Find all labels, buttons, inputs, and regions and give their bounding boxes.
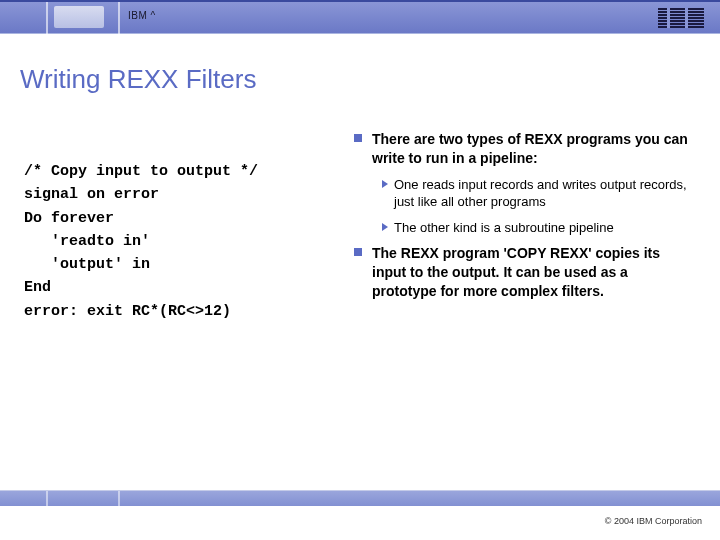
triangle-bullet-icon — [382, 223, 388, 231]
code-sample: /* Copy input to output */ signal on err… — [24, 160, 258, 323]
header-divider — [46, 2, 48, 36]
svg-rect-2 — [658, 14, 704, 16]
square-bullet-icon — [354, 248, 362, 256]
page-title: Writing REXX Filters — [20, 64, 256, 95]
square-bullet-icon — [354, 134, 362, 142]
bullet-text: There are two types of REXX programs you… — [372, 131, 688, 166]
bullet-text: The other kind is a subroutine pipeline — [394, 219, 614, 237]
triangle-bullet-icon — [382, 180, 388, 188]
svg-rect-4 — [658, 20, 704, 22]
footer-divider — [118, 491, 120, 507]
svg-rect-5 — [658, 23, 704, 25]
svg-rect-8 — [685, 8, 688, 28]
header-swatch — [54, 6, 104, 28]
list-item: There are two types of REXX programs you… — [354, 130, 694, 168]
bullet-text: The REXX program 'COPY REXX' copies its … — [372, 245, 660, 299]
list-item: The REXX program 'COPY REXX' copies its … — [354, 244, 694, 301]
svg-rect-6 — [658, 26, 704, 28]
copyright-text: © 2004 IBM Corporation — [605, 516, 702, 526]
bullet-list: There are two types of REXX programs you… — [354, 130, 694, 309]
list-item: One reads input records and writes outpu… — [382, 176, 694, 211]
footer-divider — [46, 491, 48, 507]
svg-rect-3 — [658, 17, 704, 19]
footer-bar — [0, 490, 720, 506]
svg-rect-1 — [658, 11, 704, 13]
bullet-text: One reads input records and writes outpu… — [394, 176, 694, 211]
svg-rect-0 — [658, 8, 704, 10]
header-bar: IBM ^ — [0, 0, 720, 34]
ibm-logo-icon — [658, 8, 704, 28]
svg-rect-7 — [667, 8, 670, 28]
header-divider — [118, 2, 120, 36]
brand-text: IBM ^ — [128, 10, 156, 21]
list-item: The other kind is a subroutine pipeline — [382, 219, 694, 237]
